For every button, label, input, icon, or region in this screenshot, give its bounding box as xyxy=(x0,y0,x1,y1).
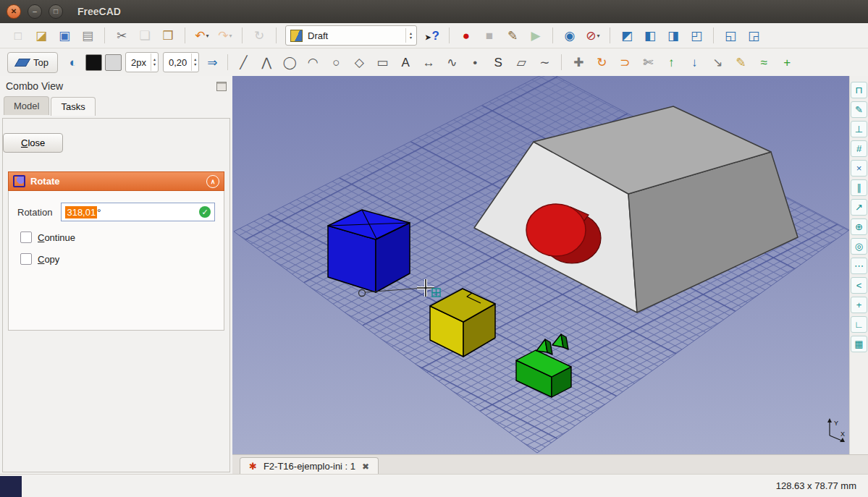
redo-dropdown-arrow[interactable]: ▾ xyxy=(229,33,232,39)
draft-trimex[interactable]: ✄ xyxy=(637,53,659,72)
draft-point-icon: • xyxy=(473,56,477,69)
draft-arc[interactable]: ◠ xyxy=(302,53,324,72)
toggle-grid[interactable]: ▦ xyxy=(851,336,867,352)
draft-dimension[interactable]: ↔ xyxy=(418,53,439,72)
snap-center[interactable]: ⊕ xyxy=(851,218,867,235)
line-color-swatch[interactable] xyxy=(85,54,102,71)
draft-upgrade[interactable]: ↑ xyxy=(660,53,682,72)
spinner-arrows-icon[interactable]: ▴▾ xyxy=(191,54,198,71)
macro-stop[interactable]: ■ xyxy=(479,26,500,46)
draft-rotate[interactable]: ↻ xyxy=(591,53,612,72)
snap-lock[interactable]: ⊓ xyxy=(851,82,867,98)
rotation-input[interactable]: 318,01 ° ✓ xyxy=(61,203,215,221)
draft-edit-icon: ✎ xyxy=(736,56,746,69)
draft-point[interactable]: • xyxy=(464,53,486,72)
snap-parallel[interactable]: ∥ xyxy=(851,179,867,196)
tab-model[interactable]: Model xyxy=(4,96,49,115)
window-maximize-button[interactable]: □ xyxy=(49,4,63,19)
view-rear[interactable]: ◱ xyxy=(720,26,741,46)
close-task-button[interactable]: Close xyxy=(3,133,63,153)
draft-bspline[interactable]: ∿ xyxy=(441,53,463,72)
snap-angle[interactable]: ◎ xyxy=(851,238,867,255)
draft-toolbar: Top ◐ 2px ▴▾ 0,20 ▴▾ ⇒ ╱⋀◯◠○◇▭A↔∿•S▱∼✚↻⊃… xyxy=(0,48,868,77)
draw-style[interactable]: ⊘▾ xyxy=(582,26,604,46)
draft-edit[interactable]: ✎ xyxy=(730,53,751,72)
view-front[interactable]: ◧ xyxy=(639,26,661,46)
continue-checkbox-box[interactable] xyxy=(20,231,32,243)
copy[interactable]: ❏ xyxy=(134,26,156,46)
snap-endpoint[interactable]: ✎ xyxy=(851,101,867,118)
copy-checkbox[interactable]: Copy xyxy=(20,253,212,265)
line-width-spinbox[interactable]: 2px ▴▾ xyxy=(125,52,159,72)
draft-scale[interactable]: ↘ xyxy=(707,53,728,72)
undo[interactable]: ↶▾ xyxy=(191,26,213,46)
draft-move[interactable]: ✚ xyxy=(568,53,589,72)
rotate-task-header[interactable]: Rotate ∧ xyxy=(8,171,224,191)
snap-intersection[interactable]: × xyxy=(851,160,867,177)
3d-viewport[interactable]: Y X xyxy=(232,76,849,454)
apply-style-button[interactable]: ⇒ xyxy=(201,53,223,72)
combobox-spinner-icon[interactable]: ▴▾ xyxy=(405,28,412,43)
draft-facebinder[interactable]: ▱ xyxy=(510,53,532,72)
macro-record[interactable]: ● xyxy=(455,26,477,46)
draft-shapestring[interactable]: S xyxy=(487,53,509,72)
draft-line[interactable]: ╱ xyxy=(232,53,254,72)
toggle-grid-icon: ▦ xyxy=(854,339,863,349)
snap-extension[interactable]: ↗ xyxy=(851,199,867,216)
draw-style-dropdown-arrow[interactable]: ▾ xyxy=(597,33,600,39)
open-file[interactable]: ◪ xyxy=(30,26,52,46)
snap-working-plane[interactable]: ∟ xyxy=(851,316,867,333)
3d-scene[interactable]: Y X xyxy=(232,76,849,454)
view-top[interactable]: ◨ xyxy=(662,26,684,46)
copy-checkbox-box[interactable] xyxy=(20,253,32,265)
refresh[interactable]: ↻ xyxy=(248,26,270,46)
global-scale-spinbox[interactable]: 0,20 ▴▾ xyxy=(163,52,199,72)
window-minimize-button[interactable]: – xyxy=(28,4,42,19)
cut[interactable]: ✂ xyxy=(111,26,132,46)
snap-grid[interactable]: # xyxy=(851,140,867,157)
snap-midpoint[interactable]: + xyxy=(851,297,867,313)
snap-perpendicular[interactable]: ⊥ xyxy=(851,121,867,137)
snap-near[interactable]: < xyxy=(851,277,867,294)
draft-wire[interactable]: ⋀ xyxy=(256,53,277,72)
draft-polygon[interactable]: ◇ xyxy=(348,53,370,72)
tab-tasks[interactable]: Tasks xyxy=(51,97,95,116)
snap-special[interactable]: ⋯ xyxy=(851,258,867,274)
draft-bezier[interactable]: ∼ xyxy=(534,53,555,72)
blue-part[interactable] xyxy=(328,210,410,292)
view-bottom[interactable]: ◲ xyxy=(743,26,764,46)
draft-offset[interactable]: ⊃ xyxy=(614,53,636,72)
save-file[interactable]: ▣ xyxy=(54,26,75,46)
zoom-box[interactable]: ◉ xyxy=(559,26,581,46)
face-color-swatch[interactable] xyxy=(105,54,122,71)
draft-rectangle[interactable]: ▭ xyxy=(371,53,393,72)
draft-ellipse[interactable]: ○ xyxy=(325,53,347,72)
window-close-button[interactable]: ✕ xyxy=(7,4,21,19)
paste[interactable]: ❒ xyxy=(157,26,179,46)
draft-downgrade[interactable]: ↓ xyxy=(683,53,705,72)
combo-view-tabs: Model Tasks xyxy=(0,96,232,115)
continue-checkbox[interactable]: Continue xyxy=(20,231,212,243)
draft-wire-to-bspline[interactable]: ≈ xyxy=(753,53,775,72)
construction-mode-toggle[interactable]: ◐ xyxy=(62,53,84,72)
whats-this[interactable]: ? xyxy=(421,26,443,46)
macro-edit[interactable]: ✎ xyxy=(502,26,523,46)
view-isometric[interactable]: ◩ xyxy=(616,26,638,46)
collapse-task-icon[interactable]: ∧ xyxy=(206,175,219,188)
draft-circle[interactable]: ◯ xyxy=(279,53,300,72)
redo[interactable]: ↷▾ xyxy=(214,26,236,46)
macro-play[interactable]: ▶ xyxy=(525,26,547,46)
spinner-arrows-icon[interactable]: ▴▾ xyxy=(151,54,158,71)
tab-close-icon[interactable]: ✖ xyxy=(362,462,369,472)
view-right[interactable]: ◰ xyxy=(686,26,707,46)
document-tab[interactable]: ✱ F2-T16-ejemplo-ini : 1 ✖ xyxy=(240,457,379,475)
draft-add-point[interactable]: + xyxy=(776,53,798,72)
draft-shapestring-icon: S xyxy=(494,56,502,69)
working-plane-button[interactable]: Top xyxy=(7,52,58,73)
workbench-selector[interactable]: Draft ▴▾ xyxy=(285,25,417,46)
print[interactable]: ▤ xyxy=(77,26,98,46)
float-panel-icon[interactable] xyxy=(216,82,227,91)
new-file[interactable]: □ xyxy=(7,26,29,46)
undo-dropdown-arrow[interactable]: ▾ xyxy=(206,33,209,39)
draft-text[interactable]: A xyxy=(395,53,416,72)
